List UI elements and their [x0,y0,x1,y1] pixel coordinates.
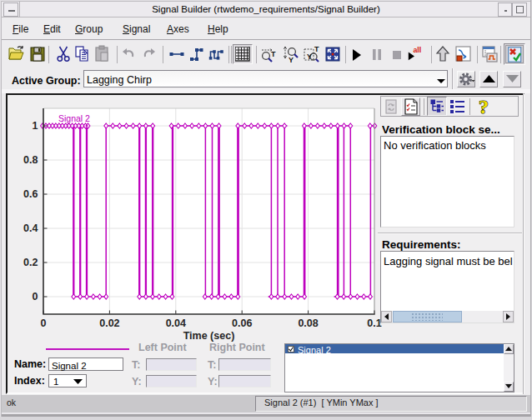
svg-text:0.8: 0.8 [23,154,38,166]
svg-text:0.2: 0.2 [23,257,38,268]
svg-text:1: 1 [33,120,38,132]
svg-text:0.04: 0.04 [166,318,186,329]
svg-text:T: T [271,50,276,58]
svg-text:?: ? [479,97,489,117]
svg-text:0.02: 0.02 [99,318,119,329]
svg-text:Signal 2: Signal 2 [58,113,90,123]
svg-text:Time (sec): Time (sec) [183,330,235,342]
svg-text:Y: Y [307,52,312,61]
svg-text:0: 0 [41,318,47,329]
svg-text:all: all [413,46,421,54]
svg-text:T: T [314,45,319,53]
svg-text:0.08: 0.08 [298,318,318,329]
svg-text:Y: Y [289,56,294,64]
svg-text:0.6: 0.6 [23,188,38,200]
svg-text:0: 0 [33,291,38,302]
svg-text:0.06: 0.06 [232,318,252,329]
svg-text:0.4: 0.4 [23,222,38,234]
